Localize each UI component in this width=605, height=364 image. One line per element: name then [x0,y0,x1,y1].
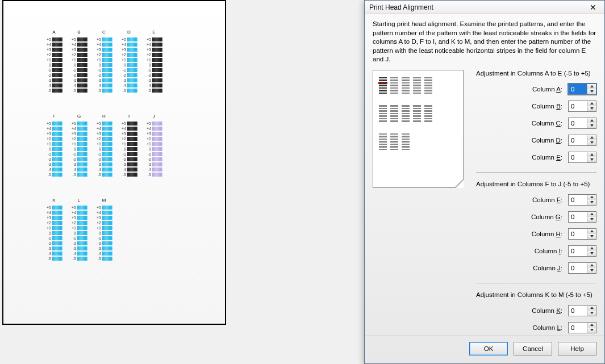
column-i-spinbox[interactable] [568,245,596,257]
close-icon[interactable]: ✕ [585,2,601,12]
swatch [102,241,112,245]
spin-up-icon[interactable] [587,229,596,234]
swatch [127,173,137,177]
spin-down-icon[interactable] [587,217,596,222]
swatch-index: -2 [120,73,126,77]
ok-button[interactable]: OK [469,342,508,355]
dialog-button-bar: OK Cancel Help [365,336,604,363]
swatch [77,173,87,177]
column-k-spinbox[interactable] [568,305,596,316]
swatch-index: -4 [95,83,101,87]
help-button[interactable]: Help [558,342,596,355]
pattern-column-d: D+5+4+3+2+10-1-2-3-4-5 [120,30,137,93]
spin-down-icon[interactable] [587,106,596,111]
swatch [77,83,87,87]
swatch [77,89,87,93]
column-i-input[interactable] [569,246,587,256]
column-g-spinbox[interactable] [568,211,596,223]
swatch [102,37,112,41]
swatch-index: +1 [70,226,76,230]
column-l-input[interactable] [569,323,587,333]
column-d-spinbox[interactable] [568,135,596,146]
swatch [77,162,87,166]
column-e-input[interactable] [569,152,587,162]
swatch-index: -2 [145,73,151,77]
column-d-input[interactable] [569,135,587,145]
column-j-spinbox[interactable] [568,262,596,274]
column-h-spinbox[interactable] [568,228,596,240]
swatch [52,132,62,136]
swatch-index: -4 [45,252,51,256]
spin-down-icon[interactable] [587,123,596,128]
spin-down-icon[interactable] [587,157,596,162]
swatch-index: 0 [70,147,76,151]
field-label: Column B: [532,103,562,110]
spin-down-icon[interactable] [587,89,596,94]
pattern-column-f: F+5+4+3+2+10-1-2-3-4-5 [45,114,62,177]
swatch-index: -1 [70,152,76,156]
swatch [102,236,112,240]
spin-up-icon[interactable] [587,306,596,311]
swatch-index: +1 [120,58,126,62]
spin-down-icon[interactable] [587,234,596,239]
column-e-spinbox[interactable] [568,152,596,163]
column-c-input[interactable] [569,118,587,128]
column-g-input[interactable] [569,212,587,222]
spin-up-icon[interactable] [587,118,596,123]
swatch-index: +4 [45,43,51,47]
cancel-button[interactable]: Cancel [514,342,552,355]
swatch [127,63,137,67]
swatch [77,142,87,146]
column-l-spinbox[interactable] [568,322,596,333]
swatch-index: +3 [145,132,151,136]
swatch-index: +1 [70,142,76,146]
spin-up-icon[interactable] [587,135,596,140]
swatch-index: +3 [70,216,76,220]
pattern-column-label: H [102,114,106,119]
swatch-index: +4 [120,43,126,47]
spin-down-icon[interactable] [587,311,596,316]
column-a-input[interactable] [569,84,587,94]
swatch-index: +5 [95,122,101,125]
spin-up-icon[interactable] [587,195,596,200]
swatch-index: -3 [95,162,101,166]
spin-down-icon[interactable] [587,251,596,256]
column-a-spinbox[interactable] [568,83,596,95]
field-row-column-i: Column I: [476,244,596,258]
swatch [52,221,62,225]
spin-up-icon[interactable] [587,101,596,106]
swatch [127,48,137,52]
spin-up-icon[interactable] [587,84,596,89]
column-b-input[interactable] [569,101,587,111]
spin-down-icon[interactable] [587,140,596,145]
column-f-input[interactable] [569,195,587,205]
column-k-input[interactable] [569,306,587,316]
spin-up-icon[interactable] [587,152,596,157]
column-b-spinbox[interactable] [568,101,596,112]
swatch-index: +3 [45,132,51,136]
spin-up-icon[interactable] [587,323,596,328]
swatch-index: -2 [45,73,51,77]
swatch-index: 0 [145,147,151,151]
column-h-input[interactable] [569,229,587,239]
swatch [102,83,112,87]
field-label: Column L: [533,324,562,331]
swatch-index: -1 [145,152,151,156]
swatch-index: -4 [70,168,76,171]
column-f-spinbox[interactable] [568,194,596,206]
column-j-input[interactable] [569,263,587,273]
swatch-index: -5 [70,257,76,261]
swatch-index: +1 [95,58,101,62]
spin-up-icon[interactable] [587,246,596,251]
spin-down-icon[interactable] [587,268,596,273]
swatch [127,58,137,62]
spin-up-icon[interactable] [587,263,596,268]
spin-down-icon[interactable] [587,328,596,333]
swatch-index: 0 [95,63,101,67]
spin-up-icon[interactable] [587,212,596,217]
column-c-spinbox[interactable] [568,118,596,129]
spin-down-icon[interactable] [587,200,596,205]
swatch-index: +1 [45,142,51,146]
swatch-index: +3 [95,216,101,220]
swatch [77,152,87,156]
